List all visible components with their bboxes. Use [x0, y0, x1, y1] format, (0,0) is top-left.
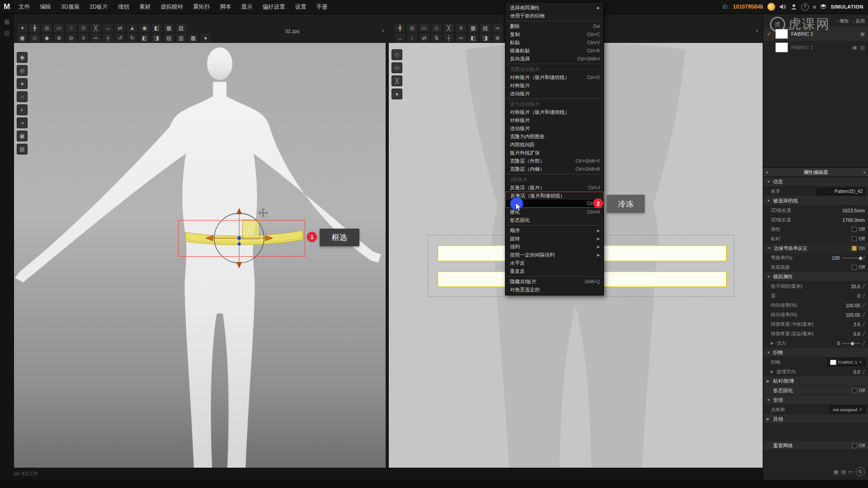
menubar-menu-2[interactable]: 编辑	[35, 3, 56, 11]
baseline-tool-icon[interactable]: ═	[455, 33, 467, 43]
edit-pencil-icon[interactable]: ╱	[863, 256, 865, 260]
context-menu-item-16[interactable]: 对称版片（版片和缝纫线）	[505, 108, 604, 116]
context-menu-item-35[interactable]: 按照一定的间隔排列▶	[505, 251, 604, 259]
grid-tool-icon[interactable]: ▦	[467, 23, 479, 33]
avatar-mesh-icon[interactable]: ◑	[17, 117, 28, 128]
checkbox-icon[interactable]	[852, 265, 857, 270]
guide-tool-icon[interactable]: ┼	[443, 33, 454, 43]
remove-point-tool-icon[interactable]: ⊖	[66, 33, 77, 43]
property-section-7[interactable]: ▼安排	[763, 395, 868, 405]
transform-pattern-tool-icon[interactable]: ╋	[394, 23, 406, 33]
checkbox-icon[interactable]	[852, 227, 857, 232]
show-tape-icon[interactable]: ▤	[17, 144, 28, 155]
property-section-1[interactable]: ▼信息	[763, 177, 868, 187]
row-expand-icon[interactable]: ▶	[771, 370, 774, 374]
pattern-outline-icon[interactable]: ▭	[392, 62, 402, 73]
select-mesh-tool-icon[interactable]: ◎	[41, 23, 52, 33]
context-menu-item-2[interactable]: 使用于新的织物	[505, 12, 604, 20]
coin-icon[interactable]	[767, 3, 775, 11]
property-section-4[interactable]: ▼织物	[763, 348, 868, 357]
library-icon[interactable]: ▦	[4, 18, 9, 25]
edit-pencil-icon[interactable]: ╱	[863, 294, 865, 298]
panel-view-3-icon[interactable]: ▭	[849, 469, 853, 475]
context-menu-item-33[interactable]: 旋转▶	[505, 235, 604, 243]
cross-guide-tool-icon[interactable]: ┼	[102, 33, 113, 43]
checkbox-icon[interactable]	[852, 388, 857, 393]
context-menu-item-18[interactable]: 连动版片	[505, 124, 604, 132]
context-menu-item-32[interactable]: 顺序▶	[505, 226, 604, 235]
remove-pin-tool-icon[interactable]: ╳	[90, 23, 101, 33]
property-section-6[interactable]: 形态固化Off	[763, 386, 868, 395]
context-menu-item-23[interactable]: 克隆层（内侧）Ctrl+Shift+B	[505, 165, 604, 173]
context-menu-item-34[interactable]: 排列▶	[505, 243, 604, 251]
sound-icon[interactable]	[779, 4, 787, 10]
align-tool-icon[interactable]: ⇅	[431, 33, 442, 43]
panel-view-1-icon[interactable]: ▦	[834, 469, 838, 475]
context-menu-item-39[interactable]: 隐藏3D版片Shift+Q	[505, 277, 604, 286]
seam-list-tool-icon[interactable]: ≡	[78, 33, 89, 43]
property-section-3[interactable]: ▼模拟属性	[763, 272, 868, 282]
menubar-menu-4[interactable]: 2D板片	[85, 3, 113, 11]
layer-tool-icon[interactable]: ▤	[163, 33, 175, 43]
property-input[interactable]: Pattern2D_42	[817, 188, 865, 195]
menubar-menu-5[interactable]: 缝纫	[113, 3, 134, 11]
viewport-divider[interactable]	[386, 43, 389, 468]
stripe-tool-icon[interactable]: ▥	[175, 33, 187, 43]
texture-display-icon[interactable]: ▧	[175, 23, 187, 33]
panel-view-2-icon[interactable]: ▤	[841, 469, 845, 475]
edit-pencil-icon[interactable]: ╱	[863, 303, 865, 308]
context-menu-item-4[interactable]: 删除Del	[505, 22, 604, 30]
checkbox-icon[interactable]	[852, 236, 857, 241]
show-pins-icon[interactable]: ●	[17, 78, 28, 89]
menubar-menu-7[interactable]: 虚拟模特	[156, 3, 188, 11]
notch-tool-icon[interactable]: ═	[492, 23, 503, 33]
slider-track[interactable]	[842, 343, 860, 344]
property-dropdown[interactable]: not assigned▼	[830, 406, 865, 413]
checkbox-icon[interactable]	[852, 246, 857, 251]
fabric-delete-icon[interactable]: ▥	[860, 45, 865, 51]
menubar-menu-13[interactable]: 手册	[311, 3, 332, 11]
lasso-select-tool-icon[interactable]: ○	[66, 23, 77, 33]
edit-2d-icon[interactable]: ◇	[392, 49, 402, 60]
context-menu-item-12[interactable]: 对称版片	[505, 81, 604, 89]
rotate-ccw-tool-icon[interactable]: ↺	[114, 33, 126, 43]
context-menu-item-36[interactable]: 水平反	[505, 259, 604, 267]
half-right-tool-icon[interactable]: ◨	[480, 33, 491, 43]
history-icon[interactable]: ▤	[4, 29, 9, 36]
edit-pencil-icon[interactable]: ╱	[863, 322, 865, 327]
mesh-tool-icon[interactable]: ▩	[188, 33, 199, 43]
box-select-tool-icon[interactable]: ▭	[53, 23, 65, 33]
context-menu-item-37[interactable]: 垂直反	[505, 267, 604, 275]
grid-display-icon[interactable]: ▦	[163, 23, 175, 33]
property-section-9[interactable]: 重置网格Off	[763, 441, 868, 450]
menubar-menu-11[interactable]: 偏好设置	[257, 3, 290, 11]
edit-pencil-icon[interactable]: ╱	[863, 370, 865, 374]
context-menu-item-17[interactable]: 对称版片	[505, 116, 604, 124]
edge-tool-icon[interactable]: ═	[90, 33, 101, 43]
move-horizontal-tool-icon[interactable]: ↔	[394, 33, 406, 43]
edit-pencil-icon[interactable]: ╱	[863, 332, 865, 336]
account-icon[interactable]	[791, 4, 797, 10]
surface-display-icon[interactable]: ◧	[151, 23, 162, 33]
simulation-label[interactable]: SIMULATION	[830, 4, 863, 9]
panel-menu-icon[interactable]: ▸	[863, 170, 866, 174]
project-tab[interactable]: 02.zprj	[285, 28, 300, 34]
context-menu-item-13[interactable]: 连动版片	[505, 89, 604, 98]
rotate-cw-tool-icon[interactable]: ↻	[127, 33, 138, 43]
dart-tool-icon[interactable]: ▤	[480, 23, 491, 33]
edit-pencil-icon[interactable]: ╱	[863, 313, 865, 317]
close-3d-view-icon[interactable]: ×	[382, 28, 384, 33]
menubar-menu-6[interactable]: 素材	[134, 3, 156, 11]
half-left-tool-icon[interactable]: ◧	[467, 33, 479, 43]
property-section-2[interactable]: ▼被选择的线	[763, 196, 868, 206]
show-arrangement-points-icon[interactable]: ◎	[17, 65, 28, 76]
context-menu-item-20[interactable]: 内部线间距	[505, 141, 604, 149]
edit-pencil-icon[interactable]: ╱	[863, 341, 865, 346]
free-sewing-tool-icon[interactable]: ◆	[41, 33, 52, 43]
fold-left-tool-icon[interactable]: ◧	[139, 33, 150, 43]
context-menu-item-6[interactable]: 粘贴Ctrl+V	[505, 38, 604, 47]
menubar-menu-9[interactable]: 脚本	[215, 3, 236, 11]
context-menu-item-40[interactable]: 对焦至选定的	[505, 286, 604, 294]
menubar-menu-10[interactable]: 显示	[236, 3, 257, 11]
fabric-options-icon[interactable]: ▣	[852, 45, 857, 51]
